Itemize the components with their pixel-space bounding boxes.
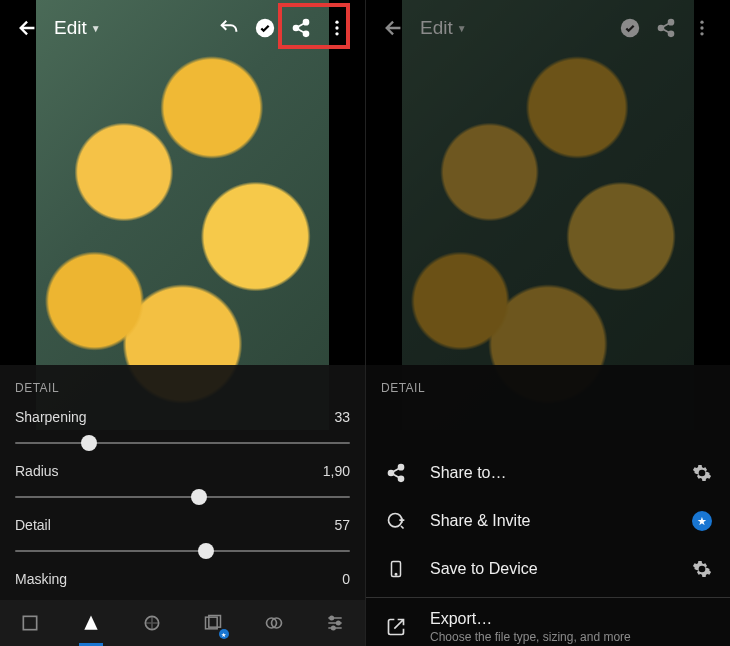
confirm-icon[interactable]: [612, 10, 648, 46]
svg-point-13: [330, 616, 333, 619]
svg-point-5: [335, 26, 338, 29]
mode-dropdown[interactable]: Edit ▼: [412, 17, 475, 39]
nav-optics-icon[interactable]: [132, 603, 172, 643]
slider-label: Sharpening: [15, 409, 87, 425]
svg-point-22: [700, 32, 703, 35]
undo-icon[interactable]: [211, 10, 247, 46]
chevron-down-icon: ▼: [457, 23, 467, 34]
gear-icon[interactable]: [692, 463, 712, 483]
section-title: DETAIL: [0, 365, 365, 405]
more-icon[interactable]: [684, 10, 720, 46]
svg-rect-7: [24, 616, 37, 629]
share-item-label: Share & Invite: [430, 512, 670, 530]
svg-point-4: [335, 21, 338, 24]
slider-sharpening[interactable]: Sharpening 33: [0, 405, 365, 459]
share-item-label: Export…: [430, 610, 712, 628]
svg-point-21: [700, 26, 703, 29]
top-bar: Edit ▼: [0, 0, 365, 56]
detail-controls: DETAIL Sharpening 33 Radius 1,90 Detail …: [0, 365, 365, 600]
svg-point-3: [304, 31, 309, 36]
svg-point-28: [395, 574, 397, 576]
svg-point-2: [294, 26, 299, 31]
svg-point-6: [335, 32, 338, 35]
svg-point-19: [669, 31, 674, 36]
share-sheet: DETAIL Share to… Share & Invite ★: [366, 365, 730, 646]
share-item-subtitle: Choose the file type, sizing, and more: [430, 630, 712, 644]
save-device-item[interactable]: Save to Device: [366, 545, 730, 593]
share-icon: [384, 463, 408, 483]
premium-badge-icon: ★: [219, 629, 229, 639]
share-item-label: Save to Device: [430, 560, 670, 578]
mode-label: Edit: [54, 17, 87, 39]
chevron-down-icon: ▼: [91, 23, 101, 34]
back-icon[interactable]: [10, 10, 46, 46]
svg-point-14: [336, 621, 339, 624]
nav-crop-icon[interactable]: [10, 603, 50, 643]
svg-point-18: [659, 26, 664, 31]
slider-detail[interactable]: Detail 57: [0, 513, 365, 567]
confirm-icon[interactable]: [247, 10, 283, 46]
share-item-label: Share to…: [430, 464, 670, 482]
more-icon[interactable]: [319, 10, 355, 46]
slider-label: Radius: [15, 463, 59, 479]
gear-icon[interactable]: [692, 559, 712, 579]
slider-label: Detail: [15, 517, 51, 533]
svg-point-17: [669, 20, 674, 25]
slider-value: 1,90: [323, 463, 350, 479]
bottom-nav: ★: [0, 600, 365, 646]
section-title: DETAIL: [366, 365, 730, 405]
share-panel-right: Edit ▼ DETAIL Share to…: [365, 0, 730, 646]
nav-adjust-icon[interactable]: [315, 603, 355, 643]
top-bar: Edit ▼: [366, 0, 730, 56]
share-icon[interactable]: [648, 10, 684, 46]
nav-detail-icon[interactable]: [71, 603, 111, 643]
mode-label: Edit: [420, 17, 453, 39]
device-icon: [384, 558, 408, 580]
slider-masking[interactable]: Masking 0: [0, 567, 365, 601]
svg-point-20: [700, 21, 703, 24]
svg-point-24: [389, 471, 394, 476]
slider-radius[interactable]: Radius 1,90: [0, 459, 365, 513]
export-item[interactable]: Export… Choose the file type, sizing, an…: [366, 598, 730, 646]
svg-point-1: [304, 20, 309, 25]
slider-value: 33: [334, 409, 350, 425]
slider-label: Masking: [15, 571, 67, 587]
back-icon[interactable]: [376, 10, 412, 46]
share-to-item[interactable]: Share to…: [366, 449, 730, 497]
nav-effects-icon[interactable]: [254, 603, 294, 643]
share-invite-item[interactable]: Share & Invite ★: [366, 497, 730, 545]
premium-badge-icon: ★: [692, 511, 712, 531]
svg-point-25: [399, 476, 404, 481]
invite-icon: [384, 511, 408, 531]
edit-panel-left: Edit ▼ DETAIL Sharpening 33 Radiu: [0, 0, 365, 646]
svg-point-23: [399, 465, 404, 470]
nav-presets-icon[interactable]: ★: [193, 603, 233, 643]
svg-point-15: [331, 626, 334, 629]
mode-dropdown[interactable]: Edit ▼: [46, 17, 109, 39]
export-icon: [384, 617, 408, 637]
share-icon[interactable]: [283, 10, 319, 46]
slider-value: 57: [334, 517, 350, 533]
slider-value: 0: [342, 571, 350, 587]
